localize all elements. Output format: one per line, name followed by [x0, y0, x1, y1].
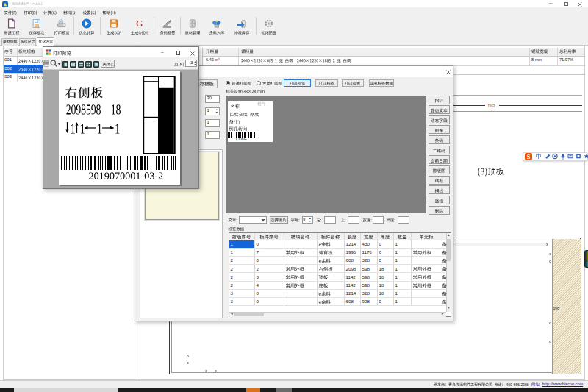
svg-text:G: G [136, 18, 143, 29]
svg-text:S: S [526, 153, 530, 160]
